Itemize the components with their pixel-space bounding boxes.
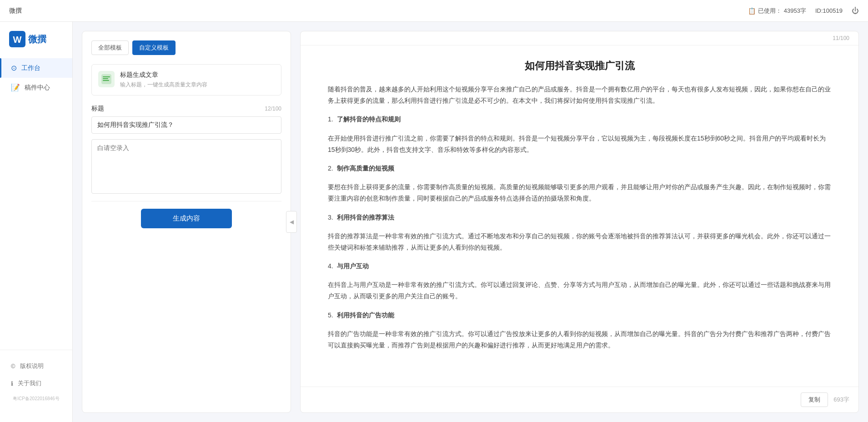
title-counter: 12/100 [265,106,281,112]
tab-all-templates[interactable]: 全部模板 [91,40,129,55]
sidebar-bottom: © 版权说明 ℹ 关于我们 粤ICP备2022016846号 [0,350,72,413]
template-info: 标题生成文章 输入标题，一键生成高质量文章内容 [120,71,207,89]
section-3-heading: 利用抖音的推荐算法 [337,214,394,221]
section-4-num: 4. [328,262,333,270]
icp-text: 粤ICP备2022016846号 [0,392,72,406]
section-4-title: 4. 与用户互动 [328,261,831,272]
template-desc: 输入标题，一键生成高质量文章内容 [120,81,207,89]
form-label-row: 标题 12/100 [91,105,281,113]
section-5-content: 抖音的广告功能是一种非常有效的推广引流方式。你可以通过广告投放来让更多的人看到你… [328,328,831,351]
section-5-title: 5. 利用抖音的广告功能 [328,310,831,321]
template-name: 标题生成文章 [120,71,207,79]
copy-button[interactable]: 复制 [801,392,828,407]
title-input[interactable] [91,116,281,134]
workspace-icon: ⊙ [11,64,17,72]
copyright-label: 版权说明 [20,362,44,370]
usage-info: 📋 已使用： 43953字 [748,7,806,15]
sidebar-item-workspace-label: 工作台 [21,64,40,72]
article-intro: 随着抖音的普及，越来越多的人开始利用这个短视频分享平台来推广自己的产品或服务。抖… [328,84,831,106]
section-5-num: 5. [328,311,333,319]
user-id: ID:100519 [815,7,843,14]
svg-text:W: W [13,35,22,45]
section-2-content: 要想在抖音上获得更多的流量，你需要制作高质量的短视频。高质量的短视频能够吸引更多… [328,181,831,204]
about-label: 关于我们 [18,379,41,387]
sidebar-nav: ⊙ 工作台 📝 稿件中心 [0,58,72,350]
collapse-toggle[interactable]: ◀ [286,211,297,233]
logo-text: 微撰 [28,33,46,45]
file-icon: 📋 [748,7,756,15]
power-icon[interactable]: ⏻ [852,7,859,15]
content-area: 全部模板 自定义模板 标题生成文章 输入标题，一键生成高质量文章内容 [73,22,868,422]
main-layout: W 微撰 ⊙ 工作台 📝 稿件中心 © 版权说明 ℹ 关于我们 [0,22,868,422]
drafts-icon: 📝 [11,83,20,92]
section-4-content: 在抖音上与用户互动是一种非常有效的推广引流方式。你可以通过回复评论、点赞、分享等… [328,279,831,302]
section-5-heading: 利用抖音的广告功能 [337,311,394,319]
logo-icon: W [9,31,25,47]
sidebar-item-workspace[interactable]: ⊙ 工作台 [0,58,72,78]
chevron-left-icon: ◀ [290,219,294,225]
copyright-icon: © [11,363,15,370]
title-label: 标题 [91,105,104,113]
section-2-heading: 制作高质量的短视频 [337,165,394,172]
page-indicator: 11/100 [833,35,849,41]
topbar: 微撰 📋 已使用： 43953字 ID:100519 ⏻ [0,0,868,22]
left-panel: 全部模板 自定义模板 标题生成文章 输入标题，一键生成高质量文章内容 [82,31,291,413]
article-content[interactable]: 如何用抖音实现推广引流 随着抖音的普及，越来越多的人开始利用这个短视频分享平台来… [301,45,858,387]
word-count: 693字 [833,396,849,404]
section-3-title: 3. 利用抖音的推荐算法 [328,212,831,223]
section-2-title: 2. 制作高质量的短视频 [328,163,831,174]
tab-custom-templates[interactable]: 自定义模板 [132,40,176,55]
generate-button[interactable]: 生成内容 [141,209,232,228]
section-1-content: 在开始使用抖音进行推广引流之前，你需要了解抖音的特点和规则。抖音是一个短视频分享… [328,133,831,156]
sidebar-logo: W 微撰 [0,31,72,58]
svg-rect-4 [103,78,108,79]
section-1-num: 1. [328,116,333,123]
section-1-title: 1. 了解抖音的特点和规则 [328,114,831,125]
svg-rect-5 [103,80,109,81]
article-body: 随着抖音的普及，越来越多的人开始利用这个短视频分享平台来推广自己的产品或服务。抖… [328,84,831,351]
usage-count: 43953字 [784,7,806,15]
section-3-content: 抖音的推荐算法是一种非常有效的推广引流方式。通过不断地发布和分享自己的短视频，你… [328,231,831,253]
right-panel: 11/100 如何用抖音实现推广引流 随着抖音的普及，越来越多的人开始利用这个短… [300,31,859,413]
template-card-icon [98,71,115,87]
right-panel-header: 11/100 [301,31,858,45]
sidebar-item-copyright[interactable]: © 版权说明 [0,357,72,375]
divider [91,201,281,201]
template-tabs: 全部模板 自定义模板 [91,40,281,55]
template-card[interactable]: 标题生成文章 输入标题，一键生成高质量文章内容 [91,64,281,95]
section-2-num: 2. [328,165,333,172]
sidebar: W 微撰 ⊙ 工作台 📝 稿件中心 © 版权说明 ℹ 关于我们 [0,22,73,422]
topbar-title: 微撰 [9,7,22,15]
about-icon: ℹ [11,380,13,387]
usage-label: 已使用： [758,7,782,15]
right-panel-footer: 复制 693字 [301,387,858,412]
section-1-heading: 了解抖音的特点和规则 [337,116,401,123]
section-4-heading: 与用户互动 [337,262,369,270]
topbar-right: 📋 已使用： 43953字 ID:100519 ⏻ [748,7,859,15]
article-title: 如何用抖音实现推广引流 [328,59,831,73]
sidebar-item-drafts-label: 稿件中心 [25,84,50,92]
content-textarea[interactable] [91,139,281,194]
sidebar-item-about[interactable]: ℹ 关于我们 [0,375,72,392]
sidebar-item-drafts[interactable]: 📝 稿件中心 [0,78,72,97]
section-3-num: 3. [328,214,333,221]
svg-rect-3 [103,76,110,77]
